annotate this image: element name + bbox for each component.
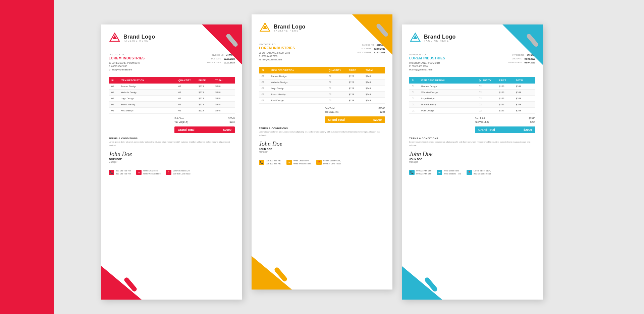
sub-total-label: Sub Total — [475, 117, 485, 119]
table-cell: $123 — [199, 103, 215, 106]
table-cell: $248 — [215, 109, 232, 112]
invoice-card-red: Brand Logo TAGLINE HERE INVOICE TO LOREM… — [101, 24, 242, 300]
table-header-cell: PRIZE — [499, 79, 516, 82]
table-cell: $123 — [499, 103, 516, 106]
table-cell: 02 — [479, 103, 499, 106]
brand-name: Brand Logo — [424, 34, 456, 40]
signature-title: Manager — [259, 151, 385, 153]
footer-email-item: ✉ Write Email HereWrite Website Here — [437, 169, 461, 175]
brand-text: Brand Logo TAGLINE HERE — [274, 24, 306, 32]
brand-tagline: TAGLINE HERE — [123, 40, 155, 42]
table-cell: 02 — [479, 91, 499, 94]
corner-bottom-left — [101, 266, 142, 300]
table-header-cell: SL — [262, 69, 271, 71]
grand-total-label: Grand Total — [328, 118, 345, 121]
table-cell: $123 — [349, 87, 366, 90]
totals-section: Sub Total $2345 Tax Vat(14.5) $234 Grand… — [101, 114, 242, 136]
invoices-container: Brand Logo TAGLINE HERE INVOICE TO LOREM… — [74, 1, 570, 313]
table-header-cell: PRIZE — [349, 69, 366, 71]
grand-total-label: Grand Total — [178, 128, 195, 132]
table-cell: 01 — [111, 109, 121, 112]
client-address: 00 LOREM LANE, IPSUM D345 P: 00023 456 7… — [259, 51, 295, 61]
signature-title: Manager — [109, 161, 235, 163]
table-header: SLITEM DESCRIPTIONQUANTITYPRIZETOTAL — [409, 77, 535, 84]
table-header-cell: ITEM DESCRIPTION — [121, 79, 178, 82]
grand-total-value: $2000 — [373, 118, 382, 121]
table-row: 01Brand Identity02$123$248 — [409, 102, 535, 108]
invoice-footer: 📞 000 123 456 789000 123 456 789 ✉ Write… — [101, 166, 242, 179]
table-cell: Banner Design — [421, 85, 479, 88]
corner-bottom-triangle — [402, 266, 442, 300]
table-cell: Brand Identity — [421, 103, 479, 106]
table-cell: 02 — [329, 75, 349, 77]
tax-value: $234 — [229, 121, 235, 123]
corner-bottom-left — [402, 266, 442, 300]
invoice-header: Brand Logo TAGLINE HERE — [101, 24, 242, 49]
table-cell: 02 — [178, 109, 199, 112]
table-cell: $123 — [499, 97, 516, 100]
table-cell: 01 — [111, 103, 121, 106]
table-row: 01Banner Design02$123$248 — [259, 73, 385, 80]
table-cell: Post Design — [421, 109, 479, 112]
terms-signature-row: TERMS & CONDITIONS Lorem ipsum dolor sit… — [402, 136, 543, 148]
table-header-cell: TOTAL — [366, 69, 382, 71]
sub-total-label: Sub Total — [174, 117, 184, 119]
table-cell: $248 — [215, 97, 232, 100]
table-cell: $248 — [366, 99, 382, 102]
phone-icon: 📞 — [109, 170, 114, 175]
table-cell: 02 — [329, 87, 349, 90]
client-name: LOREM INDUSTRIES — [409, 56, 445, 60]
table-cell: $248 — [516, 97, 533, 100]
terms-label: TERMS & CONDITIONS — [109, 137, 235, 140]
brand-logo-area: Brand Logo TAGLINE HERE — [109, 32, 155, 44]
footer-phone-item: 📞 000 123 456 789000 123 456 789 — [409, 169, 431, 175]
invoice-header: Brand Logo TAGLINE HERE — [252, 14, 392, 39]
terms-text: Lorem ipsum dolor sit amet, consectetur … — [259, 130, 385, 137]
brand-logo-area: Brand Logo TAGLINE HERE — [409, 32, 456, 44]
signature-name: JOHN DOE — [259, 148, 385, 151]
table-cell: 01 — [412, 91, 421, 94]
table-cell: Website Design — [271, 81, 329, 84]
table-row: 01Brand Identity02$123$248 — [109, 102, 235, 108]
table-cell: 01 — [262, 93, 271, 96]
table-row: 01Website Design02$123$248 — [259, 80, 385, 86]
tax-label: Tax Vat(14.5) — [174, 121, 188, 123]
invoice-footer: 📞 000 123 456 789000 123 456 789 ✉ Write… — [252, 156, 392, 169]
table-cell: $248 — [516, 109, 533, 112]
grand-total-label: Grand Total — [478, 128, 495, 132]
table-cell: $248 — [215, 103, 232, 106]
table-cell: 01 — [412, 109, 421, 112]
brand-text: Brand Logo TAGLINE HERE — [123, 34, 155, 42]
table-row: 01Brand Identity02$123$248 — [259, 92, 385, 98]
table-cell: 01 — [412, 103, 421, 106]
brand-text: Brand Logo TAGLINE HERE — [424, 34, 456, 42]
totals-divider — [174, 125, 235, 125]
table-row: 01Post Design02$123$248 — [409, 108, 535, 114]
footer-email-text: Write Email HereWrite Website Here — [293, 159, 311, 165]
table-cell: Post Design — [121, 109, 178, 112]
brand-icon — [109, 32, 121, 44]
sub-total-value: $2345 — [379, 107, 385, 109]
table-cell: 01 — [111, 97, 121, 100]
email-icon: ✉ — [286, 160, 292, 165]
table-cell: 02 — [178, 97, 199, 100]
table-cell: Banner Design — [271, 75, 329, 77]
grand-total-row: Grand Total $2000 — [325, 116, 385, 123]
invoice-to-label: INVOICE TO — [259, 43, 295, 46]
table-header-cell: SL — [111, 79, 121, 82]
terms-signature-row: TERMS & CONDITIONS Lorem ipsum dolor sit… — [252, 126, 392, 138]
terms-section: TERMS & CONDITIONS Lorem ipsum dolor sit… — [109, 137, 235, 147]
grand-total-value: $2000 — [223, 128, 231, 132]
tax-row: Tax Vat(14.5) $234 — [475, 120, 535, 124]
table-cell: Logo Design — [121, 97, 178, 100]
table-header-cell: QUANTITY — [329, 69, 349, 71]
signature-title: Manager — [409, 161, 535, 163]
table-cell: $248 — [366, 87, 382, 90]
table-cell: 02 — [329, 93, 349, 96]
table-row: 01Website Design02$123$248 — [109, 90, 235, 96]
totals-inner: Sub Total $2345 Tax Vat(14.5) $234 Grand… — [325, 106, 385, 123]
invoice-footer: 📞 000 123 456 789000 123 456 789 ✉ Write… — [402, 166, 543, 179]
table-cell: $248 — [516, 85, 533, 88]
table-cell: $123 — [199, 85, 215, 88]
footer-phone-item: 📞 000 123 456 789000 123 456 789 — [259, 159, 281, 165]
